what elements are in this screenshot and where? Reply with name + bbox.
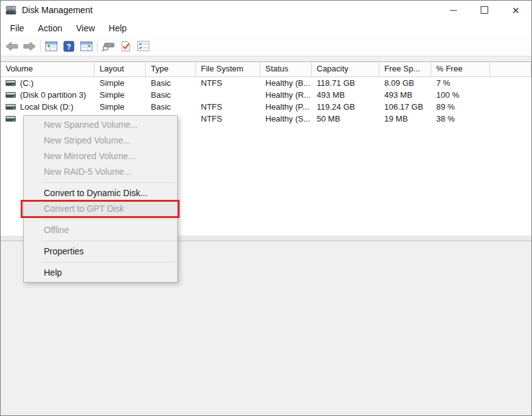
menu-help[interactable]: Help: [102, 21, 134, 36]
cell-text: Basic: [151, 90, 171, 100]
cell-capacity: 493 MB: [312, 90, 379, 100]
cell-text: 493 MB: [317, 90, 345, 100]
show-action-pane-button[interactable]: [78, 38, 95, 55]
menu-separator: [41, 182, 176, 183]
help-icon: ?: [63, 41, 74, 52]
minimize-button[interactable]: [437, 1, 469, 19]
check-disk-button[interactable]: [117, 38, 135, 55]
menu-item-new-raid-5-volume[interactable]: New RAID-5 Volume...: [24, 164, 177, 180]
console-tree-icon: [45, 41, 58, 51]
column-header-status[interactable]: Status: [260, 62, 312, 76]
cell-status: Healthy (P...: [260, 102, 312, 112]
cell-layout: Simple: [95, 90, 146, 100]
menu-item-label: New Spanned Volume...: [44, 120, 138, 130]
volume-icon: [6, 80, 16, 86]
cell-volume: (C:): [1, 78, 95, 88]
cell-free_space: 19 MB: [379, 114, 431, 123]
menu-file[interactable]: File: [3, 21, 31, 36]
cell-free_space: 106.17 GB: [379, 102, 431, 112]
menu-item-help[interactable]: Help: [24, 265, 177, 281]
volume-icon: [6, 116, 16, 122]
menu-bar: FileActionViewHelp: [1, 19, 531, 36]
toolbar-gap: [1, 56, 531, 61]
menu-item-properties[interactable]: Properties: [24, 244, 177, 259]
cell-text: Healthy (R...: [265, 90, 310, 100]
column-header-capacity[interactable]: Capacity: [312, 62, 379, 76]
cell-text: 106.17 GB: [384, 102, 423, 112]
menu-item-new-striped-volume[interactable]: New Striped Volume...: [24, 133, 177, 148]
column-header-layout[interactable]: Layout: [95, 62, 146, 76]
menu-item-label: Convert to GPT Disk: [44, 204, 124, 214]
cell-text: Healthy (B...: [265, 78, 310, 88]
cell-text: 8.09 GB: [384, 78, 414, 88]
column-header-blank[interactable]: [490, 62, 531, 76]
cell-text: NTFS: [201, 102, 222, 112]
help-button[interactable]: ?: [60, 38, 78, 55]
cell-text: 89 %: [436, 102, 455, 112]
cell-text: 119.24 GB: [317, 102, 355, 112]
back-button[interactable]: [3, 38, 21, 55]
cell-layout: Simple: [95, 102, 146, 112]
cell-file_system: NTFS: [196, 102, 260, 112]
rescan-disks-button[interactable]: [100, 38, 117, 55]
task-list-button[interactable]: [135, 38, 152, 55]
cell-text: 100 %: [436, 90, 459, 100]
cell-text: Basic: [151, 78, 171, 88]
cell-layout: Simple: [95, 78, 146, 88]
cell-text: 38 %: [436, 114, 455, 123]
show-console-tree-button[interactable]: [43, 38, 60, 55]
maximize-icon: [481, 6, 488, 14]
cell-text: Simple: [100, 90, 125, 100]
menu-item-new-spanned-volume[interactable]: New Spanned Volume...: [24, 117, 177, 133]
column-header-file-system[interactable]: File System: [196, 62, 260, 76]
column-header-type[interactable]: Type: [146, 62, 196, 76]
column-label: Free Sp...: [384, 64, 420, 73]
cell-status: Healthy (B...: [260, 78, 312, 88]
menu-item-label: New Striped Volume...: [44, 135, 131, 145]
toolbar-separator: [97, 40, 98, 53]
column-label: Status: [265, 64, 289, 73]
menu-item-label: New RAID-5 Volume...: [44, 167, 131, 177]
volume-row[interactable]: Local Disk (D:)SimpleBasicNTFSHealthy (P…: [1, 101, 531, 113]
volume-row[interactable]: (C:)SimpleBasicNTFSHealthy (B...118.71 G…: [1, 77, 531, 89]
menu-item-label: Properties: [44, 246, 84, 256]
check-page-icon: [120, 41, 131, 52]
maximize-button[interactable]: [469, 1, 500, 19]
toolbar-separator: [40, 40, 41, 53]
cell-free_space: 8.09 GB: [379, 78, 431, 88]
menu-item-label: Convert to Dynamic Disk...: [44, 188, 148, 198]
volume-row[interactable]: (Disk 0 partition 3)SimpleBasicHealthy (…: [1, 89, 531, 101]
menu-item-label: Help: [44, 268, 62, 278]
cell-text: 50 MB: [317, 114, 340, 123]
column-label: Type: [151, 64, 168, 73]
context-menu: New Spanned Volume...New Striped Volume.…: [23, 115, 178, 283]
column-label: % Free: [436, 64, 463, 73]
menu-item-convert-to-dynamic-disk[interactable]: Convert to Dynamic Disk...: [24, 185, 177, 201]
column-header-volume[interactable]: Volume: [1, 62, 95, 76]
cell-text: 19 MB: [384, 114, 408, 123]
menu-view[interactable]: View: [69, 21, 101, 36]
action-pane-icon: [80, 41, 93, 51]
column-label: Layout: [100, 64, 124, 73]
column-header-free[interactable]: % Free: [431, 62, 490, 76]
disk-magnifier-icon: [101, 41, 115, 52]
cell-pct_free: 100 %: [431, 90, 490, 100]
cell-text: 7 %: [436, 78, 450, 88]
cell-capacity: 50 MB: [312, 114, 379, 123]
menu-item-convert-to-gpt-disk[interactable]: Convert to GPT Disk: [24, 201, 177, 217]
cell-text: Basic: [151, 102, 171, 112]
disk-management-window: Disk Management ✕ FileActionViewHelp: [0, 0, 532, 416]
cell-text: Healthy (P...: [265, 102, 309, 112]
svg-text:?: ?: [66, 42, 71, 51]
menu-action[interactable]: Action: [31, 21, 69, 36]
cell-text: 493 MB: [384, 90, 412, 100]
menu-separator: [41, 241, 176, 241]
cell-text: Simple: [100, 78, 125, 88]
column-header-free-sp[interactable]: Free Sp...: [379, 62, 431, 76]
close-button[interactable]: ✕: [500, 1, 531, 19]
menu-item-offline[interactable]: Offline: [24, 222, 177, 238]
cell-text: NTFS: [201, 78, 222, 88]
forward-button[interactable]: [21, 38, 38, 55]
cell-pct_free: 89 %: [431, 102, 490, 112]
menu-item-new-mirrored-volume[interactable]: New Mirrored Volume...: [24, 148, 177, 164]
